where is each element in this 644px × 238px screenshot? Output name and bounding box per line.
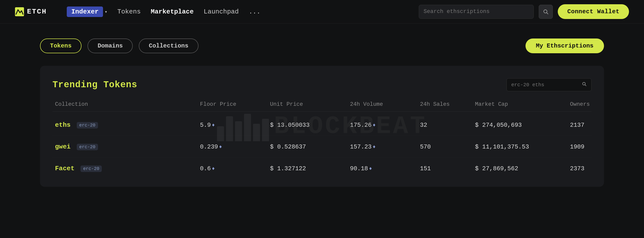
col-header-unit-price: Unit Price [270, 101, 350, 108]
table-card: BLOCKBEAT Trending Tokens Collection Flo… [40, 66, 604, 187]
unit-price-eths: $ 13.050033 [270, 122, 350, 128]
filter-tab-domains[interactable]: Domains [88, 38, 133, 53]
nav-item-marketplace[interactable]: Marketplace [151, 8, 194, 16]
connect-wallet-button[interactable]: Connect Wallet [558, 4, 629, 19]
table-search-icon[interactable] [582, 82, 587, 88]
floor-price-facet: 0.6♦ [200, 165, 270, 172]
owners-eths: 2137 [570, 122, 604, 128]
col-header-24h-volume: 24h Volume [350, 101, 420, 108]
search-bar [419, 5, 534, 19]
filter-tab-collections[interactable]: Collections [139, 38, 198, 53]
filter-row: Tokens Domains Collections My Ethscripti… [40, 38, 604, 53]
col-header-floor-price: Floor Price [200, 101, 270, 108]
logo-area: ETCH [15, 7, 47, 16]
main-content: Tokens Domains Collections My Ethscripti… [0, 24, 644, 187]
eth-icon-vol: ♦ [369, 166, 372, 172]
search-icon [543, 9, 549, 15]
col-header-market-cap: Market Cap [475, 101, 570, 108]
table-search [506, 78, 592, 91]
volume-gwei: 157.23♦ [350, 144, 420, 150]
nav-item-launchpad[interactable]: Launchpad [204, 8, 239, 16]
col-header-collection: Collection [55, 101, 200, 108]
table-row: gwei erc-20 0.239♦ $ 0.528637 157.23♦ 57… [52, 136, 592, 158]
my-ethscriptions-button[interactable]: My Ethscriptions [526, 38, 604, 53]
search-button[interactable] [539, 5, 553, 19]
collection-name-eths[interactable]: eths erc-20 [55, 121, 200, 129]
svg-line-2 [547, 12, 548, 14]
column-headers: Collection Floor Price Unit Price 24h Vo… [52, 101, 592, 112]
indexer-nav-dropdown[interactable]: Indexer ▾ [67, 6, 107, 17]
logo-text: ETCH [27, 8, 47, 16]
eth-icon: ♦ [219, 144, 222, 150]
market-cap-eths: $ 274,050,693 [475, 122, 570, 128]
search-icon-small [582, 82, 587, 86]
search-input[interactable] [424, 8, 529, 15]
etch-logo-icon [15, 7, 24, 16]
market-cap-facet: $ 27,869,562 [475, 165, 570, 172]
svg-line-4 [585, 85, 586, 86]
eth-icon: ♦ [212, 122, 215, 128]
eth-icon: ♦ [212, 166, 215, 172]
collection-name-gwei[interactable]: gwei erc-20 [55, 143, 200, 150]
chevron-down-icon: ▾ [104, 9, 107, 14]
header: ETCH Indexer ▾ Tokens Marketplace Launch… [0, 0, 644, 24]
filter-tab-tokens[interactable]: Tokens [40, 38, 82, 53]
sales-gwei: 570 [420, 144, 475, 150]
table-title: Trending Tokens [52, 80, 137, 90]
col-header-24h-sales: 24h Sales [420, 101, 475, 108]
nav-item-more[interactable]: ... [249, 8, 260, 16]
collection-name-facet[interactable]: Facet erc-20 [55, 165, 200, 172]
owners-facet: 2373 [570, 165, 604, 172]
eth-icon-vol: ♦ [372, 144, 376, 150]
nav-item-tokens[interactable]: Tokens [117, 8, 141, 16]
table-row: eths erc-20 5.9♦ $ 13.050033 175.26♦ 32 … [52, 114, 592, 136]
floor-price-eths: 5.9♦ [200, 122, 270, 128]
sales-facet: 151 [420, 165, 475, 172]
table-row: Facet erc-20 0.6♦ $ 1.327122 90.18♦ 151 … [52, 158, 592, 179]
floor-price-gwei: 0.239♦ [200, 144, 270, 150]
volume-facet: 90.18♦ [350, 165, 420, 172]
nav-area: Indexer ▾ Tokens Marketplace Launchpad .… [67, 6, 260, 17]
unit-price-facet: $ 1.327122 [270, 165, 350, 172]
table-search-input[interactable] [511, 82, 578, 88]
col-header-owners: Owners [570, 101, 604, 108]
volume-eths: 175.26♦ [350, 122, 420, 128]
sales-eths: 32 [420, 122, 475, 128]
market-cap-gwei: $ 11,101,375.53 [475, 144, 570, 150]
table-header-row: Trending Tokens [52, 78, 592, 91]
owners-gwei: 1909 [570, 144, 604, 150]
eth-icon-vol: ♦ [372, 122, 376, 128]
header-right: Connect Wallet [419, 4, 629, 19]
unit-price-gwei: $ 0.528637 [270, 144, 350, 150]
nav-item-indexer[interactable]: Indexer [67, 6, 103, 17]
